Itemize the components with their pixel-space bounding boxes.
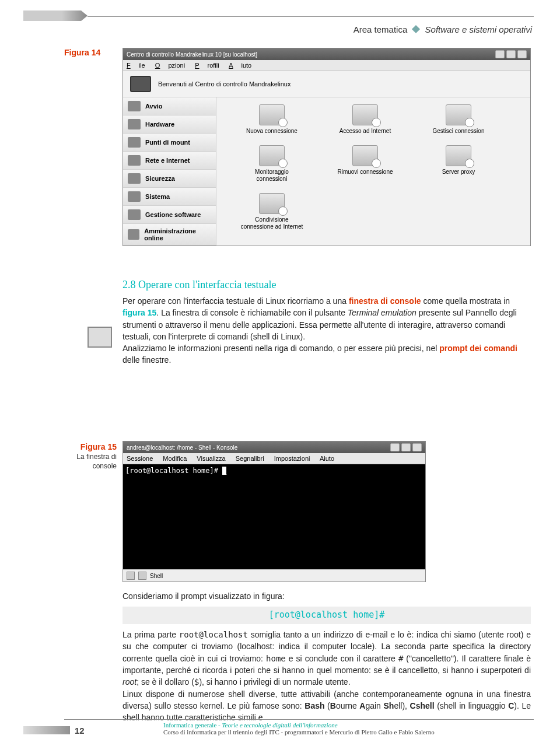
proxy-icon: [446, 145, 471, 166]
mount-icon: [128, 137, 141, 148]
sidebar-avvio[interactable]: Avvio: [123, 97, 216, 115]
menu-profili[interactable]: Profili: [195, 62, 219, 69]
remove-icon: [352, 145, 378, 166]
konsole-menubar: Sessione Modifica Visualizza Segnalibri …: [123, 453, 425, 464]
terminal-prompt: [root@localhost home]#: [125, 467, 218, 475]
konsole-titlebar: andrea@localhost: /home - Shell - Konsol…: [123, 442, 425, 453]
shell-tab-icon: [138, 572, 146, 580]
k-menu-impostazioni[interactable]: Impostazioni: [274, 455, 310, 462]
diamond-icon: [412, 25, 420, 33]
k-menu-segnalibri[interactable]: Segnalibri: [236, 455, 264, 462]
k-menu-modifica[interactable]: Modifica: [163, 455, 187, 462]
sidebar: Avvio Hardware Punti di mount Rete e Int…: [123, 97, 216, 246]
k-menu-aiuto[interactable]: Aiuto: [320, 455, 334, 462]
manage-icon: [446, 104, 471, 125]
sidebar-rete[interactable]: Rete e Internet: [123, 152, 216, 170]
software-icon: [128, 209, 141, 220]
menu-file[interactable]: FFileile: [127, 62, 145, 69]
sistema-icon: [128, 191, 141, 202]
sicurezza-icon: [128, 173, 141, 184]
k-menu-visualizza[interactable]: Visualizza: [197, 455, 225, 462]
figure-15-caption: La finestra di console: [64, 453, 117, 471]
menu-opzioni[interactable]: Opzioni: [155, 62, 185, 69]
sidebar-hardware[interactable]: Hardware: [123, 115, 216, 134]
paragraph-2: Consideriamo il prompt visualizzato in f…: [123, 590, 531, 723]
monitor-icon: [130, 76, 151, 92]
icon-row-2: Monitoraggio connessioni Rimuovi conness…: [222, 145, 524, 183]
menubar: FFileile Opzioni Profili Aiuto: [123, 60, 530, 71]
icon-rimuovi[interactable]: Rimuovi connessione: [333, 145, 397, 183]
new-tab-button[interactable]: [127, 572, 135, 580]
sidebar-sicurezza[interactable]: Sicurezza: [123, 170, 216, 188]
section-title: 2.8 Operare con l'interfaccia testuale: [123, 279, 276, 291]
icon-row-1: Nuova connessione Accesso ad Internet Ge…: [222, 104, 524, 135]
prompt-display: [root@localhost home]#: [123, 607, 531, 624]
konsole-buttons: [390, 443, 422, 451]
k-menu-sessione[interactable]: Sessione: [127, 455, 153, 462]
window-body: Avvio Hardware Punti di mount Rete e Int…: [123, 97, 530, 246]
konsole-title: andrea@localhost: /home - Shell - Konsol…: [127, 444, 237, 451]
icon-monitoraggio[interactable]: Monitoraggio connessioni: [240, 145, 304, 183]
page-number: 12: [70, 726, 89, 736]
k-minimize-button[interactable]: [390, 443, 400, 451]
sidebar-admin[interactable]: Amministrazione online: [123, 224, 216, 246]
maximize-button[interactable]: [506, 50, 516, 58]
terminal-margin-icon: [88, 327, 112, 348]
icon-accesso-internet[interactable]: Accesso ad Internet: [333, 104, 397, 135]
icon-condivisione[interactable]: Condivisione connessione ad Internet: [240, 193, 304, 230]
welcome-text: Benvenuti al Centro di controllo Mandrak…: [158, 80, 290, 87]
header-rule: [88, 16, 534, 17]
figure-15-label: Figura 15: [64, 442, 117, 451]
paragraph-1: Per operare con l'interfaccia testuale d…: [123, 295, 531, 366]
konsole-statusbar: Shell: [123, 569, 425, 582]
header-topic: Software e sistemi operativi: [425, 24, 532, 34]
icon-nuova-connessione[interactable]: Nuova connessione: [240, 104, 304, 135]
avvio-icon: [128, 101, 141, 111]
minimize-button[interactable]: [495, 50, 505, 58]
terminal-body[interactable]: [root@localhost home]# _: [123, 464, 425, 569]
footer: Informatica generale - Teorie e tecnolog…: [64, 719, 534, 736]
icon-gestisci-connessioni[interactable]: Gestisci connession: [426, 104, 491, 135]
internet-icon: [352, 104, 378, 125]
p2-body: La prima parte root@localhost somiglia t…: [123, 629, 531, 723]
icon-row-3: Condivisione connessione ad Internet: [222, 193, 524, 230]
shell-tab[interactable]: Shell: [150, 573, 163, 579]
content-pane: Nuova connessione Accesso ad Internet Ge…: [216, 97, 530, 246]
connection-icon: [259, 104, 285, 125]
window-title: Centro di controllo Mandrakelinux 10 [su…: [127, 51, 257, 58]
sidebar-mount[interactable]: Punti di mount: [123, 134, 216, 152]
titlebar: Centro di controllo Mandrakelinux 10 [su…: [123, 48, 530, 60]
sidebar-software[interactable]: Gestione software: [123, 206, 216, 224]
k-maximize-button[interactable]: [401, 443, 411, 451]
admin-icon: [128, 229, 139, 240]
footer-line-2: Corso di informatica per il triennio deg…: [163, 729, 534, 736]
konsole-window: andrea@localhost: /home - Shell - Konsol…: [123, 441, 426, 582]
monitor-conn-icon: [259, 145, 285, 166]
welcome-bar: Benvenuti al Centro di controllo Mandrak…: [123, 71, 530, 97]
icon-proxy[interactable]: Server proxy: [426, 145, 491, 183]
window-buttons: [495, 50, 527, 58]
header-text: Area tematica Software e sistemi operati…: [354, 24, 532, 34]
k-close-button[interactable]: [412, 443, 422, 451]
close-button[interactable]: [517, 50, 527, 58]
share-icon: [259, 193, 285, 214]
p2-intro: Consideriamo il prompt visualizzato in f…: [123, 590, 531, 602]
menu-aiuto[interactable]: Aiuto: [229, 62, 251, 69]
figure-14-label: Figura 14: [64, 48, 100, 57]
header-area: Area tematica: [354, 24, 408, 34]
sidebar-sistema[interactable]: Sistema: [123, 188, 216, 206]
mandrake-window: Centro di controllo Mandrakelinux 10 [su…: [123, 48, 531, 246]
hardware-icon: [128, 119, 141, 129]
header-arrow: [23, 10, 88, 21]
cursor: _: [222, 467, 226, 475]
footer-line-1: Informatica generale - Teorie e tecnolog…: [163, 722, 534, 729]
rete-icon: [128, 155, 141, 166]
